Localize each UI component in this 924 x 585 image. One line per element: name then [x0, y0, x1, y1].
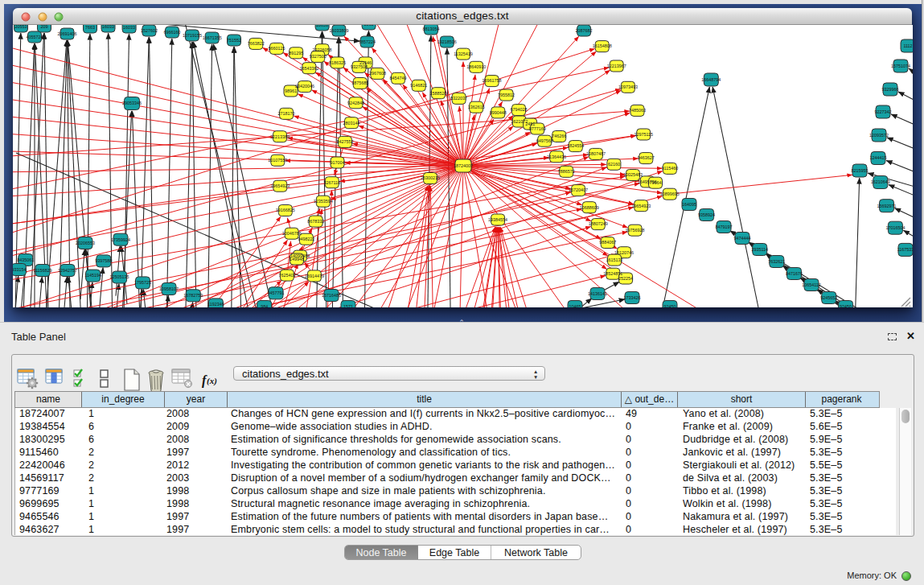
svg-text:16648794: 16648794 [701, 77, 721, 82]
svg-text:8186325: 8186325 [329, 60, 346, 65]
svg-text:10653: 10653 [316, 25, 328, 27]
svg-text:92450: 92450 [840, 304, 852, 307]
svg-text:16033809: 16033809 [329, 28, 348, 33]
svg-text:17016504: 17016504 [885, 225, 905, 230]
svg-text:7955812: 7955812 [498, 93, 515, 97]
svg-text:10654112: 10654112 [802, 282, 821, 287]
svg-text:11156829: 11156829 [33, 268, 51, 273]
svg-text:16120746: 16120746 [614, 250, 634, 255]
svg-text:9242848: 9242848 [347, 101, 364, 105]
svg-text:21364436: 21364436 [547, 154, 566, 159]
svg-text:252254: 252254 [618, 276, 633, 281]
svg-text:2935114: 2935114 [751, 247, 768, 252]
svg-text:12975115: 12975115 [634, 132, 653, 137]
svg-text:917004: 917004 [331, 160, 345, 165]
svg-text:16154808: 16154808 [593, 43, 612, 48]
svg-text:15751074: 15751074 [891, 64, 910, 68]
svg-text:18807249: 18807249 [589, 221, 608, 226]
svg-text:19384554: 19384554 [488, 217, 507, 222]
svg-text:7485063: 7485063 [629, 108, 646, 113]
svg-text:16543362: 16543362 [299, 66, 318, 71]
svg-text:9498222: 9498222 [298, 237, 314, 241]
svg-text:23420046: 23420046 [295, 84, 314, 89]
svg-text:10046786: 10046786 [282, 231, 302, 236]
svg-text:10107553: 10107553 [268, 158, 287, 163]
svg-text:891295: 891295 [289, 51, 303, 56]
svg-text:7663: 7663 [85, 25, 95, 30]
svg-text:8454749: 8454749 [390, 76, 407, 80]
svg-text:17359924: 17359924 [111, 237, 130, 242]
svg-text:149948: 149948 [290, 257, 304, 262]
svg-text:751552: 751552 [227, 38, 241, 43]
svg-text:9146821: 9146821 [410, 83, 427, 88]
svg-text:20691406: 20691406 [58, 31, 77, 36]
svg-text:92450: 92450 [664, 304, 676, 307]
svg-text:7857224: 7857224 [359, 39, 376, 44]
svg-text:3875685: 3875685 [351, 80, 368, 85]
svg-text:3267110: 3267110 [324, 180, 341, 185]
svg-text:1362615: 1362615 [468, 105, 485, 109]
svg-text:9327508: 9327508 [351, 64, 368, 69]
svg-text:7632621: 7632621 [768, 259, 785, 264]
svg-text:984: 984 [261, 304, 268, 307]
svg-text:1824554: 1824554 [567, 143, 584, 148]
svg-text:10958107: 10958107 [159, 286, 179, 291]
svg-text:10025483: 10025483 [623, 172, 643, 177]
svg-text:9358924: 9358924 [698, 212, 715, 217]
svg-text:4055724: 4055724 [27, 35, 43, 39]
svg-text:2967608: 2967608 [369, 71, 386, 76]
svg-text:1244415: 1244415 [870, 155, 887, 160]
svg-text:10973493: 10973493 [618, 84, 638, 89]
svg-text:9327500: 9327500 [310, 54, 326, 59]
svg-text:79664: 79664 [650, 180, 662, 185]
svg-text:8435061: 8435061 [17, 257, 34, 262]
svg-text:1167533: 1167533 [897, 247, 913, 252]
svg-text:9397588: 9397588 [95, 258, 112, 263]
svg-text:8322037: 8322037 [450, 96, 467, 101]
svg-text:1145194: 1145194 [84, 273, 101, 278]
svg-text:6794028: 6794028 [511, 107, 528, 112]
svg-text:15716485: 15716485 [322, 293, 341, 298]
svg-text:2803144: 2803144 [343, 121, 360, 126]
svg-text:16961758: 16961758 [483, 78, 502, 83]
svg-text:16033: 16033 [102, 25, 114, 29]
svg-text:16914479: 16914479 [305, 274, 324, 278]
svg-text:9329966: 9329966 [882, 87, 899, 92]
svg-text:18724007: 18724007 [454, 163, 473, 168]
svg-text:10807487: 10807487 [586, 151, 606, 156]
svg-text:9457791: 9457791 [268, 290, 285, 295]
svg-text:16671355: 16671355 [203, 35, 222, 40]
svg-text:8990448: 8990448 [490, 110, 507, 115]
svg-text:98961: 98961 [285, 89, 297, 93]
svg-text:15692971: 15692971 [877, 204, 897, 208]
svg-text:12213967: 12213967 [607, 64, 626, 68]
svg-text:11325419: 11325419 [454, 51, 473, 56]
svg-text:25300215: 25300215 [421, 175, 440, 180]
svg-text:209: 209 [41, 25, 48, 29]
svg-text:10719155: 10719155 [183, 33, 202, 38]
svg-text:2718170: 2718170 [278, 111, 295, 116]
svg-text:6966160: 6966160 [164, 30, 181, 35]
svg-text:8660125: 8660125 [269, 46, 285, 51]
svg-text:2087682: 2087682 [576, 28, 593, 33]
svg-text:19756928: 19756928 [626, 228, 645, 233]
svg-text:164095: 164095 [682, 202, 696, 207]
svg-text:10899695: 10899695 [660, 192, 680, 196]
svg-text:1192346: 1192346 [207, 302, 224, 307]
svg-text:19654923: 19654923 [270, 183, 290, 188]
svg-text:1733426: 1733426 [624, 295, 641, 300]
svg-text:7886572: 7886572 [558, 169, 575, 174]
svg-text:20553: 20553 [15, 25, 27, 29]
svg-text:8471676: 8471676 [786, 271, 803, 276]
svg-text:19218506: 19218506 [437, 39, 457, 44]
svg-text:1065: 1065 [364, 25, 374, 27]
svg-text:6497568: 6497568 [536, 138, 553, 143]
svg-text:746266: 746266 [552, 134, 566, 138]
svg-text:23226058: 23226058 [313, 47, 332, 52]
svg-text:16033: 16033 [123, 25, 135, 30]
svg-text:7625402: 7625402 [278, 273, 295, 278]
svg-text:12353594: 12353594 [314, 199, 333, 204]
svg-text:10688609: 10688609 [580, 205, 599, 210]
svg-text:18640910: 18640910 [466, 64, 486, 69]
svg-text:9777169: 9777169 [529, 126, 546, 131]
